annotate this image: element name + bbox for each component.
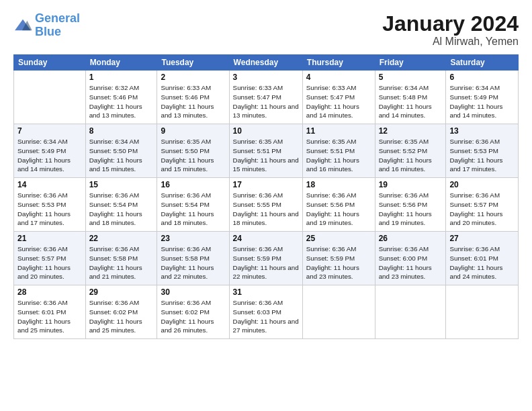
day-number: 28 (17, 287, 82, 297)
calendar-cell: 30Sunrise: 6:36 AMSunset: 6:02 PMDayligh… (157, 285, 229, 339)
logo-text: General Blue (35, 12, 80, 39)
calendar-cell: 31Sunrise: 6:36 AMSunset: 6:03 PMDayligh… (229, 285, 302, 339)
calendar-cell: 2Sunrise: 6:33 AMSunset: 5:46 PMDaylight… (157, 71, 229, 124)
calendar-cell: 19Sunrise: 6:36 AMSunset: 5:56 PMDayligh… (375, 178, 446, 232)
day-number: 18 (306, 180, 371, 189)
day-number: 16 (161, 180, 225, 189)
day-info: Sunrise: 6:36 AMSunset: 6:03 PMDaylight:… (233, 298, 299, 335)
calendar-cell: 8Sunrise: 6:34 AMSunset: 5:50 PMDaylight… (85, 124, 157, 178)
day-number: 13 (449, 126, 515, 136)
day-info: Sunrise: 6:36 AMSunset: 5:58 PMDaylight:… (161, 244, 225, 281)
day-number: 17 (233, 180, 299, 189)
day-info: Sunrise: 6:35 AMSunset: 5:50 PMDaylight:… (161, 137, 225, 174)
day-info: Sunrise: 6:36 AMSunset: 5:57 PMDaylight:… (449, 191, 515, 228)
header-sunday: Sunday (14, 55, 86, 71)
header-monday: Monday (85, 55, 157, 71)
day-info: Sunrise: 6:33 AMSunset: 5:46 PMDaylight:… (161, 83, 225, 120)
day-info: Sunrise: 6:36 AMSunset: 5:59 PMDaylight:… (306, 244, 371, 281)
day-info: Sunrise: 6:36 AMSunset: 6:01 PMDaylight:… (449, 244, 515, 281)
calendar-cell: 14Sunrise: 6:36 AMSunset: 5:53 PMDayligh… (14, 178, 86, 232)
day-number: 23 (161, 234, 225, 243)
calendar-cell: 9Sunrise: 6:35 AMSunset: 5:50 PMDaylight… (157, 124, 229, 178)
day-number: 27 (449, 234, 515, 243)
calendar-week-2: 7Sunrise: 6:34 AMSunset: 5:49 PMDaylight… (14, 124, 519, 178)
day-info: Sunrise: 6:36 AMSunset: 5:58 PMDaylight:… (89, 244, 154, 281)
calendar-table: SundayMondayTuesdayWednesdayThursdayFrid… (13, 54, 519, 339)
day-info: Sunrise: 6:34 AMSunset: 5:49 PMDaylight:… (449, 83, 515, 120)
day-number: 21 (17, 234, 82, 243)
day-number: 10 (233, 126, 299, 136)
day-number: 29 (89, 287, 154, 297)
calendar-week-4: 21Sunrise: 6:36 AMSunset: 5:57 PMDayligh… (14, 232, 519, 285)
calendar-cell: 7Sunrise: 6:34 AMSunset: 5:49 PMDaylight… (14, 124, 86, 178)
day-number: 30 (161, 287, 225, 297)
day-info: Sunrise: 6:36 AMSunset: 5:53 PMDaylight:… (449, 137, 515, 174)
day-number: 25 (306, 234, 371, 243)
day-info: Sunrise: 6:36 AMSunset: 6:02 PMDaylight:… (89, 298, 154, 335)
calendar-header-row: SundayMondayTuesdayWednesdayThursdayFrid… (14, 55, 519, 71)
day-info: Sunrise: 6:36 AMSunset: 5:57 PMDaylight:… (17, 244, 82, 281)
day-number: 11 (306, 126, 371, 136)
calendar-cell: 23Sunrise: 6:36 AMSunset: 5:58 PMDayligh… (157, 232, 229, 285)
header-tuesday: Tuesday (157, 55, 229, 71)
day-number: 26 (379, 234, 443, 243)
calendar-cell: 3Sunrise: 6:33 AMSunset: 5:47 PMDaylight… (229, 71, 302, 124)
calendar-cell (446, 285, 519, 339)
calendar-week-1: 1Sunrise: 6:32 AMSunset: 5:46 PMDaylight… (14, 71, 519, 124)
calendar-cell: 13Sunrise: 6:36 AMSunset: 5:53 PMDayligh… (446, 124, 519, 178)
day-info: Sunrise: 6:36 AMSunset: 5:59 PMDaylight:… (233, 244, 299, 281)
logo-line2: Blue (35, 25, 61, 38)
calendar-cell: 1Sunrise: 6:32 AMSunset: 5:46 PMDaylight… (85, 71, 157, 124)
calendar-cell: 16Sunrise: 6:36 AMSunset: 5:54 PMDayligh… (157, 178, 229, 232)
month-title: January 2024 (382, 12, 519, 36)
day-number: 4 (306, 73, 371, 82)
calendar-cell (375, 285, 446, 339)
day-info: Sunrise: 6:36 AMSunset: 5:54 PMDaylight:… (161, 191, 225, 228)
day-info: Sunrise: 6:36 AMSunset: 6:00 PMDaylight:… (379, 244, 443, 281)
day-info: Sunrise: 6:36 AMSunset: 5:53 PMDaylight:… (17, 191, 82, 228)
header-wednesday: Wednesday (229, 55, 302, 71)
day-info: Sunrise: 6:36 AMSunset: 6:01 PMDaylight:… (17, 298, 82, 335)
calendar-cell (14, 71, 86, 124)
day-info: Sunrise: 6:35 AMSunset: 5:51 PMDaylight:… (306, 137, 371, 174)
day-number: 19 (379, 180, 443, 189)
logo: General Blue (13, 12, 80, 39)
calendar-cell: 17Sunrise: 6:36 AMSunset: 5:55 PMDayligh… (229, 178, 302, 232)
day-number: 7 (17, 126, 82, 136)
day-number: 22 (89, 234, 154, 243)
calendar-cell: 20Sunrise: 6:36 AMSunset: 5:57 PMDayligh… (446, 178, 519, 232)
calendar-cell: 25Sunrise: 6:36 AMSunset: 5:59 PMDayligh… (302, 232, 375, 285)
calendar-cell: 15Sunrise: 6:36 AMSunset: 5:54 PMDayligh… (85, 178, 157, 232)
day-number: 20 (449, 180, 515, 189)
calendar-week-3: 14Sunrise: 6:36 AMSunset: 5:53 PMDayligh… (14, 178, 519, 232)
day-number: 24 (233, 234, 299, 243)
location: Al Mirwah, Yemen (382, 36, 519, 48)
calendar-cell: 12Sunrise: 6:35 AMSunset: 5:52 PMDayligh… (375, 124, 446, 178)
day-number: 3 (233, 73, 299, 82)
day-number: 15 (89, 180, 154, 189)
title-block: January 2024 Al Mirwah, Yemen (382, 12, 519, 48)
day-info: Sunrise: 6:36 AMSunset: 5:56 PMDaylight:… (379, 191, 443, 228)
calendar-cell: 26Sunrise: 6:36 AMSunset: 6:00 PMDayligh… (375, 232, 446, 285)
calendar-cell: 29Sunrise: 6:36 AMSunset: 6:02 PMDayligh… (85, 285, 157, 339)
logo-icon (13, 18, 32, 33)
calendar-cell: 18Sunrise: 6:36 AMSunset: 5:56 PMDayligh… (302, 178, 375, 232)
day-number: 14 (17, 180, 82, 189)
header-saturday: Saturday (446, 55, 519, 71)
day-info: Sunrise: 6:35 AMSunset: 5:51 PMDaylight:… (233, 137, 299, 174)
calendar-cell (302, 285, 375, 339)
day-number: 31 (233, 287, 299, 297)
day-info: Sunrise: 6:32 AMSunset: 5:46 PMDaylight:… (89, 83, 154, 120)
calendar-cell: 27Sunrise: 6:36 AMSunset: 6:01 PMDayligh… (446, 232, 519, 285)
day-info: Sunrise: 6:34 AMSunset: 5:48 PMDaylight:… (379, 83, 443, 120)
day-number: 2 (161, 73, 225, 82)
day-info: Sunrise: 6:36 AMSunset: 5:54 PMDaylight:… (89, 191, 154, 228)
day-info: Sunrise: 6:36 AMSunset: 6:02 PMDaylight:… (161, 298, 225, 335)
day-number: 8 (89, 126, 154, 136)
page: General Blue January 2024 Al Mirwah, Yem… (0, 0, 532, 411)
day-info: Sunrise: 6:35 AMSunset: 5:52 PMDaylight:… (379, 137, 443, 174)
calendar-cell: 6Sunrise: 6:34 AMSunset: 5:49 PMDaylight… (446, 71, 519, 124)
calendar-cell: 22Sunrise: 6:36 AMSunset: 5:58 PMDayligh… (85, 232, 157, 285)
calendar-week-5: 28Sunrise: 6:36 AMSunset: 6:01 PMDayligh… (14, 285, 519, 339)
day-info: Sunrise: 6:33 AMSunset: 5:47 PMDaylight:… (233, 83, 299, 120)
